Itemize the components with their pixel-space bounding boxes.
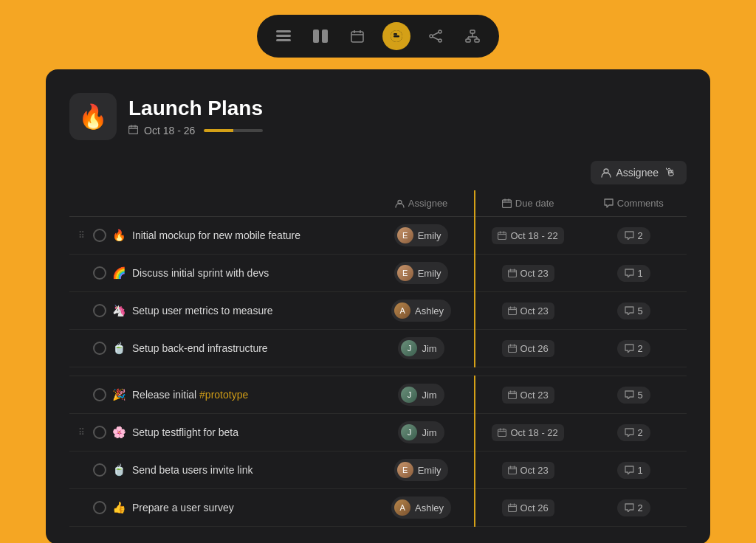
assignee-chip[interactable]: JJim (398, 421, 444, 443)
svg-point-14 (430, 35, 433, 38)
project-info: Launch Plans Oct 18 - 26 (128, 97, 263, 136)
duedate-text: Oct 23 (520, 305, 549, 317)
svg-rect-47 (508, 345, 516, 353)
avatar: A (394, 302, 410, 319)
svg-rect-18 (470, 30, 475, 33)
duedate-chip[interactable]: Oct 23 (502, 387, 554, 404)
hierarchy-icon[interactable] (461, 24, 484, 48)
task-checkbox[interactable] (93, 304, 106, 317)
date-range-text: Oct 18 - 26 (144, 125, 195, 136)
comment-badge[interactable]: 5 (617, 302, 650, 319)
project-icon: 🔥 (69, 93, 117, 140)
svg-rect-35 (498, 232, 506, 240)
table-header: Assignee Due date (69, 190, 687, 217)
timeline-view-icon[interactable] (382, 22, 410, 50)
table-row: ⠿🌈Discuss initial sprint with devsEEmily… (69, 255, 687, 292)
board-view-icon[interactable] (309, 24, 332, 48)
task-emoji: 👍 (112, 501, 126, 514)
duedate-chip[interactable]: Oct 23 (502, 462, 554, 479)
task-checkbox[interactable] (93, 426, 106, 439)
drag-handle-icon[interactable]: ⠿ (78, 230, 87, 241)
comment-count: 1 (638, 268, 643, 279)
drag-handle-icon[interactable]: ⠿ (78, 427, 87, 437)
comment-badge[interactable]: 2 (617, 424, 650, 441)
svg-rect-19 (466, 39, 470, 42)
comment-badge[interactable]: 2 (617, 227, 650, 244)
group-separator (69, 367, 687, 376)
task-name-cell: ⠿🌸Setup testflight for beta (69, 414, 368, 452)
task-emoji: 🎉 (112, 388, 126, 401)
task-checkbox[interactable] (93, 342, 106, 355)
assignee-column-header: Assignee (368, 190, 475, 217)
task-text: Discuss initial sprint with devs (132, 267, 269, 279)
assignee-chip[interactable]: JJim (398, 337, 444, 359)
task-checkbox[interactable] (93, 229, 106, 242)
task-name-wrap: ⠿🍵Send beta users invite link (78, 463, 360, 477)
assignee-chip[interactable]: AAshley (391, 497, 451, 519)
task-emoji: 🌸 (112, 426, 126, 439)
assignee-cell: AAshley (368, 489, 475, 527)
task-checkbox[interactable] (93, 266, 106, 280)
assignee-cell: EEmily (368, 255, 475, 292)
comment-badge[interactable]: 2 (617, 340, 650, 357)
task-table: Assignee Due date (69, 190, 687, 527)
avatar: E (397, 265, 413, 281)
svg-rect-3 (313, 30, 319, 43)
svg-rect-43 (508, 308, 516, 315)
comment-count: 2 (638, 343, 643, 354)
task-name-cell: ⠿🔥Initial mockup for new mobile feature (69, 217, 368, 255)
assignee-chip[interactable]: JJim (398, 384, 444, 406)
list-view-icon[interactable] (272, 24, 295, 48)
table-row: ⠿🍵Setup back-end infrastructureJJimOct 2… (69, 330, 687, 367)
assignee-cell: EEmily (368, 452, 475, 489)
table-row: ⠿🦄Setup user metrics to measureAAshleyOc… (69, 292, 687, 330)
hashtag-link[interactable]: #prototype (199, 389, 248, 401)
duedate-text: Oct 23 (520, 465, 549, 476)
comment-badge[interactable]: 2 (617, 499, 650, 516)
assignee-chip[interactable]: EEmily (394, 262, 449, 284)
duedate-chip[interactable]: Oct 23 (502, 265, 554, 282)
assignee-chip[interactable]: AAshley (391, 300, 451, 322)
task-emoji: 🍵 (112, 463, 126, 477)
progress-bar (204, 129, 263, 132)
avatar: E (397, 462, 413, 478)
duedate-chip[interactable]: Oct 26 (502, 499, 554, 516)
comment-badge[interactable]: 5 (617, 387, 650, 404)
task-checkbox[interactable] (93, 388, 106, 401)
task-table-body: ⠿🔥Initial mockup for new mobile featureE… (69, 217, 687, 527)
table-row: ⠿🌸Setup testflight for betaJJimOct 18 - … (69, 414, 687, 452)
calendar-date-icon (128, 125, 138, 136)
svg-rect-63 (508, 505, 516, 512)
task-emoji: 🌈 (112, 266, 126, 280)
assignee-chip[interactable]: EEmily (394, 224, 449, 246)
table-row: ⠿👍Prepare a user surveyAAshleyOct 262 (69, 489, 687, 527)
assignee-filter-button[interactable]: Assignee 🖱 (591, 161, 687, 184)
duedate-chip[interactable]: Oct 26 (502, 340, 554, 357)
task-name-wrap: ⠿🦄Setup user metrics to measure (78, 304, 360, 317)
svg-rect-31 (502, 200, 511, 208)
svg-rect-51 (508, 392, 516, 399)
comment-badge[interactable]: 1 (617, 265, 650, 282)
calendar-view-icon[interactable] (346, 24, 369, 48)
assignee-name: Emily (418, 268, 441, 279)
comment-icon (625, 503, 634, 512)
assignee-chip[interactable]: EEmily (394, 459, 449, 481)
comments-cell: 2 (580, 414, 687, 452)
comment-badge[interactable]: 1 (617, 462, 650, 479)
task-checkbox[interactable] (93, 463, 106, 477)
task-checkbox[interactable] (93, 501, 106, 514)
share-icon[interactable] (424, 24, 447, 48)
duedate-chip[interactable]: Oct 23 (502, 302, 554, 319)
comments-cell: 2 (580, 489, 687, 527)
task-name-wrap: ⠿👍Prepare a user survey (78, 501, 360, 514)
duedate-chip[interactable]: Oct 18 - 22 (492, 424, 563, 441)
comment-icon (625, 306, 634, 315)
task-name-cell: ⠿🦄Setup user metrics to measure (69, 292, 368, 330)
svg-rect-2 (276, 39, 291, 41)
duedate-cell: Oct 26 (475, 489, 581, 527)
duedate-chip[interactable]: Oct 18 - 22 (492, 227, 563, 244)
task-name-wrap: ⠿🎉Release initial #prototype (78, 388, 360, 401)
cal-icon (508, 306, 517, 315)
comment-icon (625, 428, 634, 437)
assignee-cell: EEmily (368, 217, 475, 255)
